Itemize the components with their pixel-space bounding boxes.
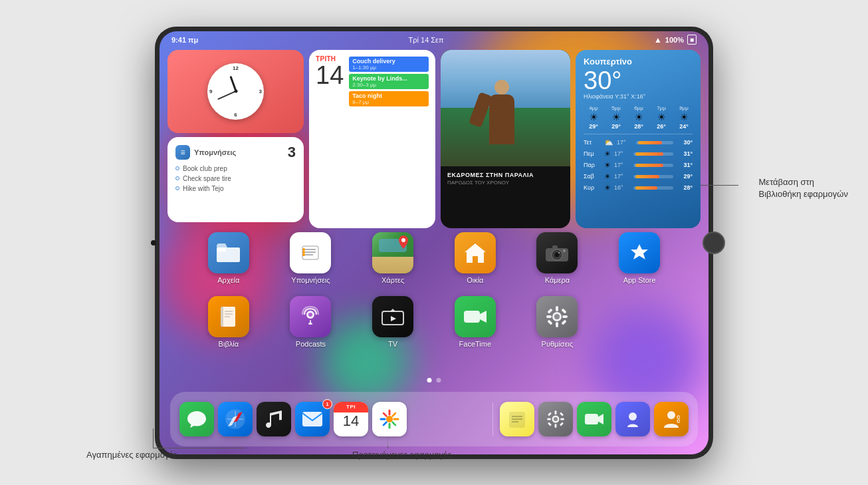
app-facetime-label: FaceTime — [459, 340, 492, 348]
weather-day-2: Παρ ☀ 17° 31° — [584, 161, 693, 170]
annotation-favorites: Αγαπημένες εφαρμογές — [86, 450, 177, 460]
status-time: 9:41 πμ — [171, 36, 198, 44]
dock-music[interactable] — [257, 402, 291, 436]
reminders-item-2: Check spare tire — [175, 174, 296, 184]
svg-rect-27 — [464, 311, 480, 323]
page-dots — [427, 378, 441, 383]
app-books-label: Βιβλία — [219, 340, 239, 348]
svg-line-49 — [393, 413, 396, 416]
app-settings[interactable]: Ρυθμίσεις — [536, 296, 578, 348]
front-camera — [151, 240, 156, 245]
status-date: Τρί 14 Σεπ — [409, 36, 444, 44]
reminders-header: ≡ Υπομνήσεις 3 — [175, 144, 296, 161]
widget-calendar[interactable]: ΤΡΙΤΗ 14 Couch delivery 1–1:30 μμ Keynot… — [309, 50, 435, 228]
app-tv[interactable]: TV — [372, 296, 413, 348]
svg-rect-34 — [548, 308, 553, 313]
svg-rect-33 — [562, 315, 568, 318]
svg-point-23 — [308, 313, 312, 317]
weather-day-1: Πεμ ☀ 17° 31° — [584, 150, 693, 158]
widget-weather[interactable]: Κουπερτίνο 30° Ηλιοφάνεια Υ:31° Χ:16° 4μ… — [576, 50, 701, 228]
app-maps[interactable]: Χάρτες — [372, 232, 413, 284]
cal-event-1: Couch delivery 1–1:30 μμ — [349, 57, 429, 72]
svg-point-6 — [302, 248, 305, 251]
svg-point-16 — [563, 249, 566, 252]
reminders-item-1: Book club prep — [175, 164, 296, 174]
cal-day-number: 14 — [316, 63, 344, 88]
widgets-row: 12 3 6 9 — [167, 50, 701, 228]
dock-messages[interactable] — [179, 402, 214, 436]
dock-contacts[interactable] — [654, 402, 689, 436]
status-right: ▲ 100% ■ — [654, 35, 697, 45]
annotation-favorites-line — [153, 448, 246, 448]
svg-point-66 — [629, 412, 637, 420]
weather-temp-main: 30° — [584, 68, 693, 93]
widget-clock[interactable]: 12 3 6 9 — [167, 50, 304, 133]
status-bar: 9:41 πμ Τρί 14 Σεπ ▲ 100% ■ — [160, 31, 708, 49]
cal-event-3: Taco night 8–7 μμ — [349, 91, 429, 106]
dock-notes[interactable] — [500, 402, 534, 436]
page-dot-1 — [427, 378, 432, 383]
svg-rect-62 — [560, 412, 564, 416]
svg-rect-35 — [562, 308, 567, 313]
cal-date-block: ΤΡΙΤΗ 14 — [316, 55, 344, 88]
weather-hour-3: 7μμ ☀ 26° — [651, 105, 671, 130]
app-settings-label: Ρυθμίσεις — [542, 340, 574, 348]
battery-icon: ■ — [687, 35, 697, 45]
weather-hour-5: 8:19 🌅 22° — [697, 105, 701, 130]
svg-rect-15 — [552, 245, 558, 249]
dock-calendar[interactable]: ΤΡΙ 14 — [334, 402, 368, 436]
tv-show-image — [441, 50, 570, 166]
svg-point-7 — [302, 251, 305, 253]
svg-point-56 — [554, 417, 558, 421]
svg-rect-65 — [585, 414, 598, 424]
app-files-label: Αρχεία — [217, 276, 239, 284]
clock-face: 12 3 6 9 — [207, 63, 264, 120]
ipad-screen: 9:41 πμ Τρί 14 Σεπ ▲ 100% ■ 12 — [160, 31, 708, 454]
svg-rect-63 — [548, 422, 552, 426]
svg-rect-61 — [548, 412, 552, 416]
dock-reminders-2[interactable] — [615, 402, 650, 436]
dock-photos[interactable] — [372, 402, 407, 436]
dock-settings-2[interactable] — [538, 402, 573, 436]
app-maps-label: Χάρτες — [381, 276, 404, 284]
weather-hour-4: 8μμ ☀ 24° — [674, 105, 694, 130]
app-facetime[interactable]: FaceTime — [455, 296, 496, 348]
home-button[interactable] — [703, 232, 725, 254]
app-files[interactable]: Αρχεία — [208, 232, 249, 284]
weather-hour-0: 4μμ ☀ 29° — [584, 105, 603, 130]
reminders-app-icon: ≡ — [175, 145, 190, 160]
app-reminders[interactable]: Υπομνήσεις — [290, 232, 331, 284]
app-home[interactable]: Οικία — [455, 232, 496, 284]
weather-day-4: Κυρ ☀ 16° 28° — [584, 184, 693, 192]
ipad-frame: 9:41 πμ Τρί 14 Σεπ ▲ 100% ■ 12 — [155, 27, 713, 459]
app-camera-label: Κάμερα — [545, 276, 570, 284]
dock-safari[interactable] — [218, 402, 253, 436]
dock: 1 ΤΡΙ 14 — [170, 392, 698, 446]
weather-hl: Ηλιοφάνεια Υ:31° Χ:16° — [584, 93, 693, 100]
svg-rect-18 — [221, 307, 223, 327]
app-camera[interactable]: Κάμερα — [536, 232, 578, 284]
annotation-favorites-line2 — [153, 428, 154, 448]
clock-minute-hand — [217, 90, 236, 100]
weather-day-0: Τετ ⛅ 17° 30° — [584, 138, 693, 147]
weather-hourly: 4μμ ☀ 29° 5μμ ☀ 29° 6μμ ☀ 28° — [584, 105, 693, 134]
widget-tv[interactable]: ΕΚΔΡΟΜΕΣ ΣΤΗΝ ΠΑΡΑΛΙΑ ΠΑΡΟΔΟΣ ΤΟΥ ΧΡΟΝΟΥ — [441, 50, 570, 228]
apps-grid-row1: Αρχεία Υπομνήσεις — [167, 232, 701, 284]
widget-reminders[interactable]: ≡ Υπομνήσεις 3 Book club prep Check spar… — [167, 137, 304, 222]
svg-rect-41 — [302, 412, 322, 426]
svg-line-48 — [393, 422, 396, 425]
svg-rect-1 — [217, 247, 226, 251]
app-books[interactable]: Βιβλία — [208, 296, 249, 348]
app-podcasts[interactable]: Podcasts — [290, 296, 331, 348]
dock-mail[interactable]: 1 — [295, 402, 330, 436]
reminders-item-3: Hike with Tejo — [175, 184, 296, 194]
svg-rect-64 — [560, 422, 564, 426]
app-appstore[interactable]: App Store — [619, 232, 660, 284]
battery-percentage: 100% — [665, 36, 684, 44]
page-dot-2 — [437, 378, 441, 383]
app-reminders-label: Υπομνήσεις — [291, 276, 330, 284]
wifi-icon: ▲ — [654, 35, 662, 45]
tv-show-subtitle: ΠΑΡΟΔΟΣ ΤΟΥ ΧΡΟΝΟΥ — [447, 180, 564, 186]
svg-point-42 — [386, 416, 393, 422]
dock-facetime-2[interactable] — [577, 402, 611, 436]
